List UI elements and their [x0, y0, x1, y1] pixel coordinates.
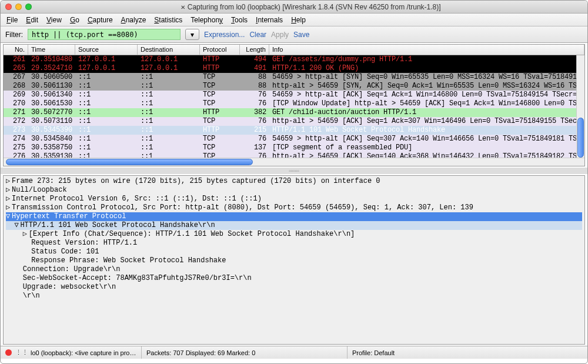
menu-telephony[interactable]: Telephony	[191, 16, 223, 24]
table-row[interactable]: 27130.5072770::1::1HTTP382GET /child-auc…	[4, 108, 584, 117]
horizontal-scrollbar[interactable]	[4, 158, 584, 166]
tree-status-line[interactable]: ▽HTTP/1.1 101 Web Socket Protocol Handsh…	[6, 221, 582, 230]
clear-button[interactable]: Clear	[249, 31, 266, 39]
tree-resp-phrase[interactable]: Response Phrase: Web Socket Protocol Han…	[6, 256, 582, 265]
vertical-scrollbar[interactable]	[576, 55, 584, 158]
collapse-icon[interactable]: ▽	[6, 212, 12, 221]
table-row[interactable]: 26529.3524710127.0.0.1127.0.0.1HTTP491HT…	[4, 64, 584, 73]
packet-details-pane[interactable]: ▷Frame 273: 215 bytes on wire (1720 bits…	[3, 175, 585, 345]
record-icon[interactable]	[5, 349, 12, 356]
collapse-icon[interactable]: ▽	[14, 221, 20, 230]
table-row[interactable]: 26830.5061130::1::1TCP88http-alt > 54659…	[4, 82, 584, 91]
table-row[interactable]: 26930.5061340::1::1TCP7654659 > http-alt…	[4, 91, 584, 99]
status-packets: Packets: 707 Displayed: 69 Marked: 0	[142, 346, 348, 359]
save-button[interactable]: Save	[293, 31, 309, 39]
tree-req-ver[interactable]: Request Version: HTTP/1.1	[6, 239, 582, 248]
status-profile[interactable]: Profile: Default	[348, 346, 587, 359]
expand-icon[interactable]: ▷	[6, 203, 12, 212]
tree-connection[interactable]: Connection: Upgrade\r\n	[6, 265, 582, 274]
window-title: ✕ Capturing from lo0 (loopback) [Wiresha…	[39, 3, 583, 11]
filter-dropdown[interactable]: ▾	[185, 29, 199, 40]
packet-list-header[interactable]: No. Time Source Destination Protocol Len…	[4, 45, 584, 55]
expand-icon[interactable]: ▷	[23, 230, 29, 239]
chevron-down-icon: ▾	[191, 31, 194, 39]
menu-analyze[interactable]: Analyze	[121, 16, 146, 24]
menubar: File Edit View Go Capture Analyze Statis…	[1, 14, 587, 26]
col-time[interactable]: Time	[28, 45, 75, 55]
tree-ip[interactable]: ▷Internet Protocol Version 6, Src: ::1 (…	[6, 195, 582, 203]
tree-tcp[interactable]: ▷Transmission Control Protocol, Src Port…	[6, 203, 582, 212]
tree-expert[interactable]: ▷[Expert Info (Chat/Sequence): HTTP/1.1 …	[6, 230, 582, 239]
menu-edit[interactable]: Edit	[26, 16, 38, 24]
table-row[interactable]: 27330.5345390::1::1HTTP215HTTP/1.1 101 W…	[4, 126, 584, 135]
menu-capture[interactable]: Capture	[88, 16, 113, 24]
pane-resize-handle[interactable]: ▫▫▫▫▫	[1, 168, 587, 174]
col-length[interactable]: Length	[240, 45, 269, 55]
col-info[interactable]: Info	[269, 45, 584, 55]
filter-input[interactable]	[28, 29, 181, 40]
expression-button[interactable]: Expression...	[204, 31, 245, 39]
filter-label: Filter:	[5, 31, 23, 39]
apply-button[interactable]: Apply	[271, 31, 289, 39]
table-row[interactable]: 27030.5061530::1::1TCP76[TCP Window Upda…	[4, 99, 584, 108]
tree-status-code[interactable]: Status Code: 101	[6, 248, 582, 256]
table-row[interactable]: 26730.5060500::1::1TCP8854659 > http-alt…	[4, 73, 584, 82]
tree-http[interactable]: ▽Hypertext Transfer Protocol	[6, 212, 582, 221]
menu-tools[interactable]: Tools	[231, 16, 248, 24]
tree-sec[interactable]: Sec-WebSocket-Accept: 78AMKg83TaPfuhtgJS…	[6, 274, 582, 283]
tree-upgrade[interactable]: Upgrade: websocket\r\n	[6, 283, 582, 292]
tree-null[interactable]: ▷Null/Loopback	[6, 186, 582, 195]
menu-help[interactable]: Help	[291, 16, 306, 24]
tree-frame[interactable]: ▷Frame 273: 215 bytes on wire (1720 bits…	[6, 177, 582, 186]
col-protocol[interactable]: Protocol	[200, 45, 240, 55]
menu-file[interactable]: File	[6, 16, 18, 24]
menu-go[interactable]: Go	[70, 16, 79, 24]
table-row[interactable]: 27430.5345840::1::1TCP7654659 > http-alt…	[4, 135, 584, 143]
menu-statistics[interactable]: Statistics	[154, 16, 182, 24]
expand-icon[interactable]: ▷	[6, 186, 12, 195]
close-icon[interactable]	[5, 4, 12, 10]
packet-list-pane: No. Time Source Destination Protocol Len…	[3, 44, 585, 166]
menu-internals[interactable]: Internals	[256, 16, 283, 24]
col-destination[interactable]: Destination	[138, 45, 200, 55]
expand-icon[interactable]: ▷	[6, 195, 12, 203]
statusbar: ⋮⋮ lo0 (loopback): <live capture in pro……	[1, 346, 587, 359]
status-interface: lo0 (loopback): <live capture in pro…	[31, 349, 136, 356]
expand-icon[interactable]: ▷	[6, 177, 12, 186]
zoom-icon[interactable]	[25, 4, 32, 10]
menu-view[interactable]: View	[46, 16, 62, 24]
table-row[interactable]: 26129.3510480127.0.0.1127.0.0.1HTTP494GE…	[4, 55, 584, 64]
table-row[interactable]: 27530.5358750::1::1TCP137[TCP segment of…	[4, 143, 584, 152]
col-no[interactable]: No.	[4, 45, 28, 55]
table-row[interactable]: 27230.5073110::1::1TCP76http-alt > 54659…	[4, 117, 584, 126]
options-icon[interactable]: ⋮⋮	[15, 349, 28, 356]
col-source[interactable]: Source	[75, 45, 138, 55]
tree-crlf[interactable]: \r\n	[6, 292, 582, 300]
minimize-icon[interactable]	[15, 4, 22, 10]
